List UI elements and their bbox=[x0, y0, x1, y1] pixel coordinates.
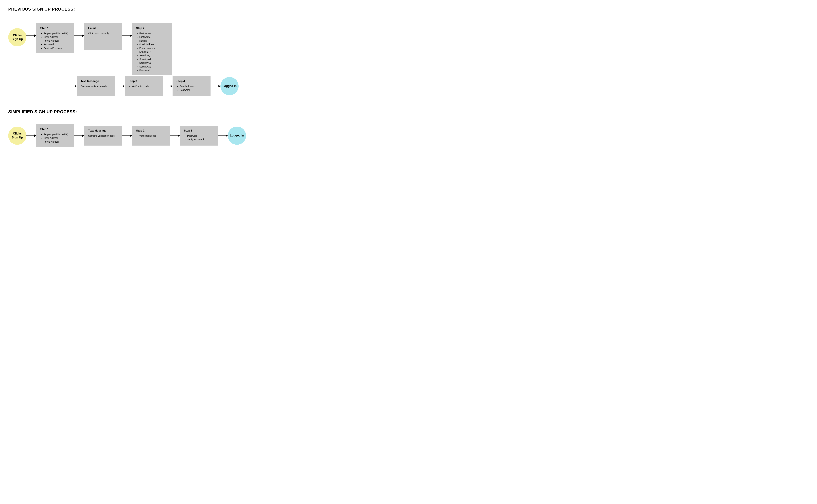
previous-title: PREVIOUS SIGN UP PROCESS: bbox=[8, 7, 809, 12]
simp-arrow-3 bbox=[122, 134, 132, 137]
arrow-4 bbox=[68, 84, 77, 88]
prev-step2-list: First Name Last Name Region Email Addres… bbox=[136, 32, 168, 72]
list-item: Email address bbox=[180, 84, 206, 88]
simp-step3-box: Step 3 Password Verify Password bbox=[180, 126, 218, 146]
list-item: Password bbox=[187, 134, 214, 138]
simp-arrow-1 bbox=[26, 134, 36, 137]
list-item: Password bbox=[139, 68, 168, 72]
list-item: Email Address bbox=[139, 43, 168, 46]
simp-step1-list: Region (pre filled to NA) Email Address … bbox=[40, 133, 70, 144]
list-item: Verify Password bbox=[187, 138, 214, 141]
simp-arrow-2 bbox=[74, 134, 84, 137]
simp-clicks-signup-circle: Clicks Sign Up bbox=[8, 127, 26, 145]
prev-step4-list: Email address Password bbox=[176, 84, 206, 92]
list-item: Region bbox=[139, 39, 168, 43]
list-item: Security A1 bbox=[139, 57, 168, 61]
list-item: Security Q1 bbox=[139, 54, 168, 57]
simp-clicks-signup-label: Clicks Sign Up bbox=[12, 132, 23, 139]
prev-step4-title: Step 4 bbox=[176, 80, 206, 83]
list-item: Region (pre filled to NA) bbox=[44, 133, 70, 136]
simp-step3-title: Step 3 bbox=[184, 129, 214, 132]
previous-process-section: PREVIOUS SIGN UP PROCESS: Clicks Sign Up… bbox=[8, 7, 809, 96]
simp-step1-title: Step 1 bbox=[40, 128, 70, 131]
arrow-1 bbox=[26, 34, 36, 37]
arrow-6 bbox=[163, 84, 172, 88]
list-item: Phone Number bbox=[44, 39, 70, 43]
simp-logged-in-label: Logged In bbox=[230, 134, 244, 137]
prev-email-desc: Click button to verify. bbox=[88, 32, 118, 35]
list-item: Email Address bbox=[44, 136, 70, 140]
prev-logged-in-label: Logged In bbox=[222, 84, 237, 88]
prev-email-box: Email Click button to verify. bbox=[84, 23, 122, 50]
arrow-3 bbox=[122, 34, 132, 37]
simp-step1-box: Step 1 Region (pre filled to NA) Email A… bbox=[36, 124, 74, 147]
prev-step4-box: Step 4 Email address Password bbox=[172, 76, 210, 96]
list-item: Enable 2FA bbox=[139, 50, 168, 54]
list-item: Security Q2 bbox=[139, 61, 168, 65]
arrow-5 bbox=[115, 84, 125, 88]
prev-step1-title: Step 1 bbox=[40, 27, 70, 30]
list-item: Last Name bbox=[139, 35, 168, 39]
prev-step3-title: Step 3 bbox=[129, 80, 159, 83]
simp-text-message-box: Text Message Contains verification code. bbox=[84, 126, 122, 146]
list-item: Password bbox=[180, 88, 206, 92]
simplified-title: SIMPLIFIED SIGN UP PROCESS: bbox=[8, 109, 809, 114]
simp-logged-in-circle: Logged In bbox=[228, 127, 246, 145]
prev-logged-in-circle: Logged In bbox=[220, 77, 238, 95]
simp-step2-list: Verification code bbox=[136, 134, 166, 138]
simplified-process-section: SIMPLIFIED SIGN UP PROCESS: Clicks Sign … bbox=[8, 109, 809, 147]
simp-step2-box: Step 2 Verification code bbox=[132, 126, 170, 146]
prev-text-message-box: Text Message Contains verification code. bbox=[77, 76, 115, 96]
prev-step2-box: Step 2 First Name Last Name Region Email… bbox=[132, 23, 172, 75]
arrow-2 bbox=[74, 34, 84, 37]
simp-step2-title: Step 2 bbox=[136, 129, 166, 132]
prev-step1-list: Region (pre filled to NA) Email Address … bbox=[40, 32, 70, 50]
list-item: First Name bbox=[139, 32, 168, 35]
simp-step3-list: Password Verify Password bbox=[184, 134, 214, 141]
prev-clicks-signup-circle: Clicks Sign Up bbox=[8, 28, 26, 46]
list-item: Email Address bbox=[44, 35, 70, 39]
list-item: Security A2 bbox=[139, 65, 168, 68]
list-item: Verification code bbox=[132, 84, 159, 88]
arrow-7 bbox=[210, 84, 220, 88]
prev-step1-box: Step 1 Region (pre filled to NA) Email A… bbox=[36, 23, 74, 53]
prev-email-title: Email bbox=[88, 27, 118, 30]
list-item: Confirm Password bbox=[44, 46, 70, 50]
list-item: Region (pre filled to NA) bbox=[44, 32, 70, 35]
list-item: Password bbox=[44, 43, 70, 46]
prev-clicks-signup-label: Clicks Sign Up bbox=[12, 34, 23, 41]
prev-step3-box: Step 3 Verification code bbox=[125, 76, 163, 96]
list-item: Verification code bbox=[139, 134, 166, 138]
simp-text-message-title: Text Message bbox=[88, 129, 118, 132]
prev-step2-title: Step 2 bbox=[136, 27, 168, 30]
simp-text-message-desc: Contains verification code. bbox=[88, 134, 118, 138]
simp-arrow-4 bbox=[170, 134, 180, 137]
prev-text-message-title: Text Message bbox=[81, 80, 111, 83]
list-item: Phone Number bbox=[139, 46, 168, 50]
prev-step3-list: Verification code bbox=[129, 84, 159, 88]
simp-arrow-5 bbox=[218, 134, 228, 137]
list-item: Phone Number bbox=[44, 140, 70, 144]
prev-text-message-desc: Contains verification code. bbox=[81, 84, 111, 88]
